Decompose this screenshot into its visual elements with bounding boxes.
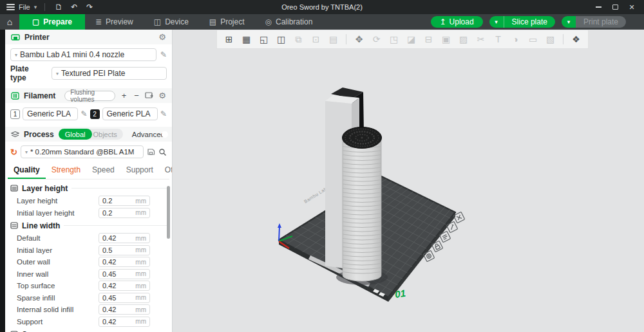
- slice-label[interactable]: Slice plate: [504, 16, 555, 28]
- filament-1-chip[interactable]: 1: [10, 109, 20, 119]
- filament-2-edit-icon[interactable]: ✎: [160, 109, 167, 118]
- tab-prepare[interactable]: ▢ Prepare: [19, 14, 85, 30]
- maximize-button[interactable]: [608, 1, 622, 13]
- tab-project[interactable]: ▤ Project: [199, 14, 255, 30]
- filament-1-dropdown[interactable]: Generic PLA: [23, 107, 78, 120]
- filament-2-dropdown[interactable]: Generic PLA: [102, 107, 158, 120]
- printer-settings-gear-icon[interactable]: ⚙: [158, 32, 166, 42]
- setting-value: 0.2: [102, 209, 135, 217]
- sparse-infill-line-width-input[interactable]: 0.45 mm: [99, 293, 150, 303]
- setting-value: 0.42: [102, 318, 135, 326]
- setting-label: Initial layer height: [17, 209, 99, 217]
- inner-wall-line-width-input[interactable]: 0.45 mm: [99, 269, 150, 279]
- section-line-width: Line width: [5, 219, 172, 232]
- rotate-icon: ⟳: [368, 34, 384, 44]
- arrange-icon[interactable]: ◫: [273, 34, 289, 44]
- setting-value: 0.45: [102, 270, 135, 278]
- scope-objects[interactable]: Objects: [90, 129, 123, 140]
- add-model-icon[interactable]: ⊞: [221, 34, 237, 44]
- add-text-icon: T: [490, 34, 506, 44]
- viewport-3d[interactable]: ⊞ ▦ ◱ ◫ ⧉ ⊡ ▤ ✥ ⟳ ◳ ◪ ⊟ ▣ ▨ ✂ T ◑ ▭ ▧: [173, 30, 644, 332]
- default-line-width-input[interactable]: 0.42 mm: [99, 233, 150, 243]
- filament-2-chip[interactable]: 2: [90, 109, 100, 119]
- filament-settings-gear-icon[interactable]: ⚙: [158, 91, 166, 100]
- tab-quality[interactable]: Quality: [8, 163, 46, 179]
- section-layer-height: Layer height: [5, 181, 172, 195]
- initial-layer-height-input[interactable]: 0.2 mm: [99, 208, 150, 218]
- printer-preset-dropdown[interactable]: ▾ Bambu Lab A1 mini 0.4 nozzle: [10, 48, 156, 61]
- search-icon[interactable]: [158, 148, 167, 156]
- home-icon[interactable]: ⌂: [0, 14, 19, 30]
- process-preset-dropdown[interactable]: ▾ * 0.20mm Standard @BBL A1M: [21, 145, 144, 158]
- filament-1-name: Generic PLA: [27, 109, 71, 118]
- minimize-button[interactable]: [591, 1, 605, 13]
- redo-icon[interactable]: ↷: [84, 3, 95, 12]
- tab-support[interactable]: Support: [120, 163, 159, 179]
- support-paint-icon: ▧: [542, 34, 558, 44]
- ams-sync-icon[interactable]: [145, 92, 154, 100]
- filament-2-name: Generic PLA: [107, 109, 151, 118]
- undo-icon[interactable]: ↶: [68, 3, 80, 12]
- printer-section-header: Printer ⚙: [5, 30, 172, 44]
- process-scope-toggle[interactable]: Global Objects: [59, 129, 123, 140]
- close-button[interactable]: ✕: [625, 1, 639, 13]
- auto-orient-icon[interactable]: ◱: [256, 34, 272, 44]
- filament-section-header: Filament Flushing volumes + − ⚙: [5, 88, 172, 103]
- plate-type-dropdown[interactable]: ▾ Textured PEI Plate: [52, 67, 167, 80]
- filament-1-edit-icon[interactable]: ✎: [80, 109, 87, 118]
- tab-preview[interactable]: ≣ Preview: [85, 14, 144, 30]
- add-filament-button[interactable]: +: [120, 91, 128, 100]
- setting-row: Default 0.42 mm: [5, 232, 172, 244]
- scene-3d[interactable]: A1 Bambu Lab A1 01: [173, 30, 644, 332]
- remove-filament-button[interactable]: −: [133, 91, 141, 100]
- model-cookie-stack[interactable]: [343, 127, 382, 282]
- print-plate-button[interactable]: ▾ Print plate: [562, 16, 626, 28]
- tab-strength[interactable]: Strength: [46, 163, 86, 179]
- upload-button[interactable]: ↥ Upload: [431, 16, 483, 28]
- settings-scrollbar[interactable]: [167, 186, 170, 239]
- slice-dropdown-chevron-icon[interactable]: ▾: [489, 16, 504, 28]
- file-menu[interactable]: File: [19, 3, 30, 11]
- flushing-volumes-button[interactable]: Flushing volumes: [64, 91, 115, 101]
- initial-layer-line-width-input[interactable]: 0.5 mm: [99, 245, 150, 255]
- menu-icon[interactable]: [6, 3, 15, 12]
- setting-value: 0.2: [102, 197, 135, 205]
- tab-others[interactable]: Others: [159, 163, 173, 179]
- lay-on-face-icon: ◪: [403, 34, 419, 44]
- scope-global[interactable]: Global: [59, 129, 92, 140]
- slice-plate-button[interactable]: ▾ Slice plate: [489, 16, 555, 28]
- support-line-width-input[interactable]: 0.42 mm: [99, 317, 150, 327]
- project-icon: ▤: [209, 17, 216, 26]
- fill-color-icon: ▨: [455, 34, 471, 44]
- plate-number-label: 01: [394, 288, 406, 300]
- move-icon[interactable]: ✥: [351, 34, 367, 44]
- assembly-view-icon[interactable]: ❖: [568, 34, 584, 44]
- outer-wall-line-width-input[interactable]: 0.42 mm: [99, 257, 150, 267]
- printer-edit-icon[interactable]: ✎: [160, 50, 167, 59]
- main-tabbar: ⌂ ▢ Prepare ≣ Preview ◫ Device ▤ Project…: [0, 14, 644, 30]
- save-preset-icon[interactable]: [147, 148, 155, 156]
- left-edge-strip: [0, 30, 5, 332]
- setting-label: Outer wall: [17, 258, 99, 266]
- process-icon: [11, 131, 19, 138]
- layer-height-input[interactable]: 0.2 mm: [99, 196, 150, 206]
- internal-solid-infill-line-width-input[interactable]: 0.42 mm: [99, 304, 150, 315]
- device-icon: ◫: [154, 17, 161, 26]
- tab-calibration[interactable]: ◎ Calibration: [255, 14, 323, 30]
- setting-unit: mm: [135, 198, 146, 205]
- process-title: Process: [24, 130, 54, 139]
- chevron-down-icon[interactable]: ▾: [34, 4, 37, 10]
- add-plate-icon[interactable]: ▦: [238, 34, 254, 44]
- reset-preset-icon[interactable]: ↻: [10, 147, 17, 157]
- setting-row: Inner wall 0.45 mm: [5, 268, 172, 281]
- plate-type-value: Textured PEI Plate: [61, 69, 125, 78]
- layer-height-icon: [10, 185, 18, 192]
- chevron-down-icon: ▾: [15, 52, 17, 58]
- tab-device[interactable]: ◫ Device: [144, 14, 199, 30]
- setting-value: 0.42: [102, 282, 135, 290]
- print-dropdown-chevron-icon[interactable]: ▾: [562, 16, 576, 28]
- tab-speed[interactable]: Speed: [86, 163, 120, 179]
- top-surface-line-width-input[interactable]: 0.42 mm: [99, 281, 150, 291]
- new-project-icon[interactable]: 🗋︎: [53, 3, 64, 12]
- prepare-icon: ▢: [32, 17, 39, 26]
